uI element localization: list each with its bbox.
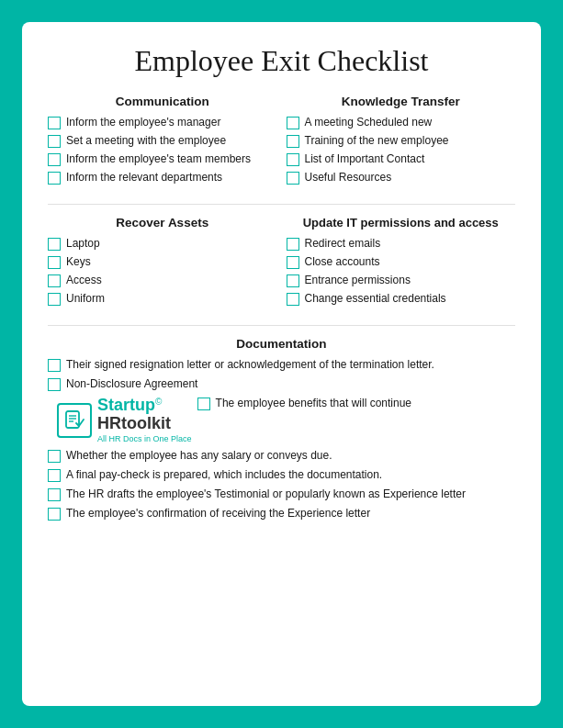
documentation-section: Documentation Their signed resignation l… <box>48 337 515 521</box>
list-item: Change essential credentials <box>287 292 516 306</box>
list-item: Laptop <box>48 237 277 251</box>
checkbox[interactable] <box>48 359 61 372</box>
logo-hrtoolkit-text: HRtoolkit <box>97 415 192 433</box>
documentation-title: Documentation <box>48 337 515 351</box>
list-item: List of Important Contact <box>287 152 516 166</box>
checkbox[interactable] <box>287 256 299 269</box>
list-item: Close accounts <box>287 255 516 269</box>
checkbox[interactable] <box>48 378 61 391</box>
list-item: A meeting Scheduled new <box>287 116 516 129</box>
logo-copyright: © <box>155 397 162 407</box>
list-item: Whether the employee has any salary or c… <box>48 449 515 463</box>
logo-area: Startup © HRtoolkit All HR Docs in One P… <box>57 397 192 443</box>
page-title: Employee Exit Checklist <box>48 44 515 78</box>
update-it-items: Redirect emails Close accounts Entrance … <box>287 237 516 306</box>
recover-assets-section: Recover Assets Laptop Keys Access Unifor… <box>48 216 277 310</box>
checkbox[interactable] <box>48 488 61 501</box>
checkbox[interactable] <box>48 172 61 185</box>
list-item: Their signed resignation letter or ackno… <box>48 358 515 372</box>
checkbox[interactable] <box>48 238 61 251</box>
checkbox[interactable] <box>48 153 61 166</box>
logo-tagline-text: All HR Docs in One Place <box>97 435 192 444</box>
recover-assets-items: Laptop Keys Access Uniform <box>48 237 277 306</box>
list-item: Uniform <box>48 292 277 306</box>
checkbox[interactable] <box>48 135 61 148</box>
svg-rect-0 <box>66 411 79 428</box>
checkbox[interactable] <box>48 508 61 521</box>
checkbox[interactable] <box>287 117 299 129</box>
checkbox[interactable] <box>48 450 61 463</box>
knowledge-transfer-title: Knowledge Transfer <box>287 95 516 108</box>
list-item: Redirect emails <box>287 237 516 251</box>
list-item: Inform the relevant departments <box>48 171 277 185</box>
list-item: The employee's confirmation of receiving… <box>48 507 515 521</box>
checkbox[interactable] <box>287 172 299 185</box>
separator-1 <box>48 204 515 205</box>
list-item: Inform the employee's team members <box>48 152 277 166</box>
list-item: A final pay-check is prepared, which inc… <box>48 468 515 482</box>
middle-sections-row: Recover Assets Laptop Keys Access Unifor… <box>48 216 515 310</box>
checkbox[interactable] <box>287 135 299 148</box>
knowledge-transfer-section: Knowledge Transfer A meeting Scheduled n… <box>287 95 516 189</box>
checkbox[interactable] <box>48 256 61 269</box>
checkbox[interactable] <box>287 153 299 166</box>
communication-title: Communication <box>48 95 277 108</box>
list-item: Startup © HRtoolkit All HR Docs in One P… <box>48 397 515 443</box>
logo-text: Startup © HRtoolkit All HR Docs in One P… <box>97 397 192 443</box>
checkbox[interactable] <box>48 117 61 129</box>
checkbox[interactable] <box>287 238 299 251</box>
update-it-title: Update IT permissions and access <box>287 216 516 230</box>
list-item: Entrance permissions <box>287 274 516 287</box>
checkbox[interactable] <box>287 293 299 306</box>
update-it-section: Update IT permissions and access Redirec… <box>287 216 516 310</box>
list-item: Training of the new employee <box>287 134 516 148</box>
logo-icon <box>57 403 92 438</box>
list-item: Non-Disclosure Agreement <box>48 377 515 391</box>
recover-assets-title: Recover Assets <box>48 216 277 230</box>
list-item: Useful Resources <box>287 171 516 185</box>
logo-startup-text: Startup <box>97 397 155 415</box>
list-item: Access <box>48 274 277 287</box>
communication-items: Inform the employee's manager Set a meet… <box>48 116 277 185</box>
separator-2 <box>48 325 515 326</box>
list-item: Set a meeting with the employee <box>48 134 277 148</box>
list-item: The HR drafts the employee's Testimonial… <box>48 487 515 501</box>
main-card: Employee Exit Checklist Communication In… <box>22 22 541 706</box>
checkbox[interactable] <box>197 398 210 410</box>
list-item: Keys <box>48 255 277 269</box>
knowledge-transfer-items: A meeting Scheduled new Training of the … <box>287 116 516 185</box>
checkbox[interactable] <box>287 274 299 287</box>
communication-section: Communication Inform the employee's mana… <box>48 95 277 189</box>
checkbox[interactable] <box>48 274 61 287</box>
list-item: Inform the employee's manager <box>48 116 277 129</box>
checkbox[interactable] <box>48 469 61 482</box>
top-sections-row: Communication Inform the employee's mana… <box>48 95 515 189</box>
checkbox[interactable] <box>48 293 61 306</box>
